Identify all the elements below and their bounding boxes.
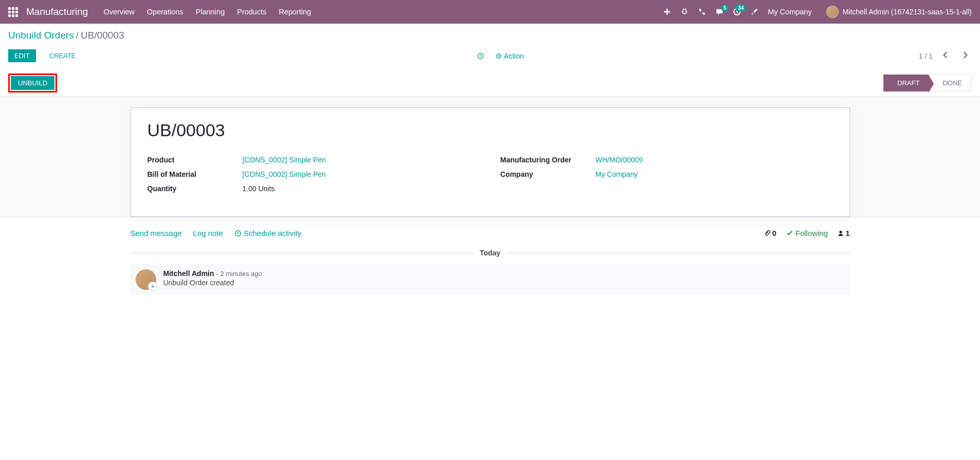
breadcrumb: Unbuild Orders / UB/00003 xyxy=(8,30,972,41)
main-navbar: Manufacturing Overview Operations Planni… xyxy=(0,0,980,24)
message-avatar-icon xyxy=(136,269,156,290)
nav-reporting[interactable]: Reporting xyxy=(279,8,311,16)
value-mo[interactable]: WH/MO/00009 xyxy=(596,156,643,164)
activities-badge: 34 xyxy=(735,5,746,11)
avatar-icon xyxy=(826,6,839,18)
unbuild-button[interactable]: Unbuild xyxy=(11,76,54,90)
pager-value[interactable]: 1 / 1 xyxy=(919,52,933,60)
breadcrumb-current: UB/00003 xyxy=(81,30,124,41)
nav-products[interactable]: Products xyxy=(237,8,266,16)
chatter-toolbar: Send message Log note Schedule activity … xyxy=(131,225,850,242)
user-name: Mitchell Admin (16742131-saas-15-1-all) xyxy=(843,8,972,16)
followers-button[interactable]: 1 xyxy=(837,229,849,237)
status-draft[interactable]: Draft xyxy=(883,75,929,91)
value-bom[interactable]: [CONS_0002] Simple Pen xyxy=(243,170,326,178)
phone-icon[interactable] xyxy=(698,8,706,16)
message-body-text: Unbuild Order created xyxy=(163,279,845,287)
activities-icon[interactable]: 34 xyxy=(733,8,741,16)
nav-operations[interactable]: Operations xyxy=(147,8,183,16)
svg-point-3 xyxy=(840,230,842,233)
status-done[interactable]: Done xyxy=(929,75,972,91)
label-qty: Quantity xyxy=(147,185,243,193)
value-company[interactable]: My Company xyxy=(596,170,638,178)
label-mo: Manufacturing Order xyxy=(501,156,596,164)
sheet-background: UB/00003 Product [CONS_0002] Simple Pen … xyxy=(0,97,980,217)
schedule-activity-button[interactable]: Schedule activity xyxy=(234,229,302,237)
user-menu[interactable]: Mitchell Admin (16742131-saas-15-1-all) xyxy=(826,6,972,18)
chatter: Send message Log note Schedule activity … xyxy=(131,217,850,302)
label-bom: Bill of Material xyxy=(147,170,243,178)
messages-icon[interactable]: 5 xyxy=(715,8,724,16)
apps-icon[interactable] xyxy=(8,7,18,17)
attachments-button[interactable]: 0 xyxy=(764,229,776,237)
log-note-button[interactable]: Log note xyxy=(193,229,223,237)
debug-icon[interactable] xyxy=(680,8,689,16)
message-item: Mitchell Admin - 2 minutes ago Unbuild O… xyxy=(131,264,850,295)
nav-overview[interactable]: Overview xyxy=(103,8,134,16)
send-message-button[interactable]: Send message xyxy=(131,229,182,237)
following-button[interactable]: Following xyxy=(786,229,828,237)
new-icon[interactable] xyxy=(663,8,671,16)
systray: 5 34 My Company Mitchell Admin (16742131… xyxy=(663,6,972,18)
nav-planning[interactable]: Planning xyxy=(196,8,225,16)
label-product: Product xyxy=(147,156,243,164)
app-brand[interactable]: Manufacturing xyxy=(26,6,88,17)
pager-prev-icon[interactable] xyxy=(939,48,952,63)
breadcrumb-prev[interactable]: Unbuild Orders xyxy=(8,30,74,41)
control-panel: Unbuild Orders / UB/00003 Edit Create ⚙ … xyxy=(0,24,980,69)
chatter-date-separator: Today xyxy=(131,249,850,257)
edit-button[interactable]: Edit xyxy=(8,49,36,62)
tools-icon[interactable] xyxy=(750,8,759,16)
action-dropdown[interactable]: ⚙ Action xyxy=(477,52,524,60)
message-author[interactable]: Mitchell Admin xyxy=(163,269,214,278)
form-sheet: UB/00003 Product [CONS_0002] Simple Pen … xyxy=(131,107,850,217)
message-time: - 2 minutes ago xyxy=(216,270,262,278)
breadcrumb-sep: / xyxy=(76,30,79,41)
nav-menu: Overview Operations Planning Products Re… xyxy=(103,8,663,16)
record-title: UB/00003 xyxy=(147,120,833,140)
unbuild-highlight: Unbuild xyxy=(8,73,57,93)
create-button[interactable]: Create xyxy=(43,49,82,62)
messages-badge: 5 xyxy=(721,5,729,11)
label-company: Company xyxy=(501,170,596,178)
value-qty: 1.00 Units xyxy=(243,185,275,193)
value-product[interactable]: [CONS_0002] Simple Pen xyxy=(243,156,326,164)
company-switcher[interactable]: My Company xyxy=(768,8,811,16)
pager-next-icon[interactable] xyxy=(958,48,972,63)
status-flow: Draft Done xyxy=(883,75,972,91)
status-bar: Unbuild Draft Done xyxy=(0,69,980,97)
